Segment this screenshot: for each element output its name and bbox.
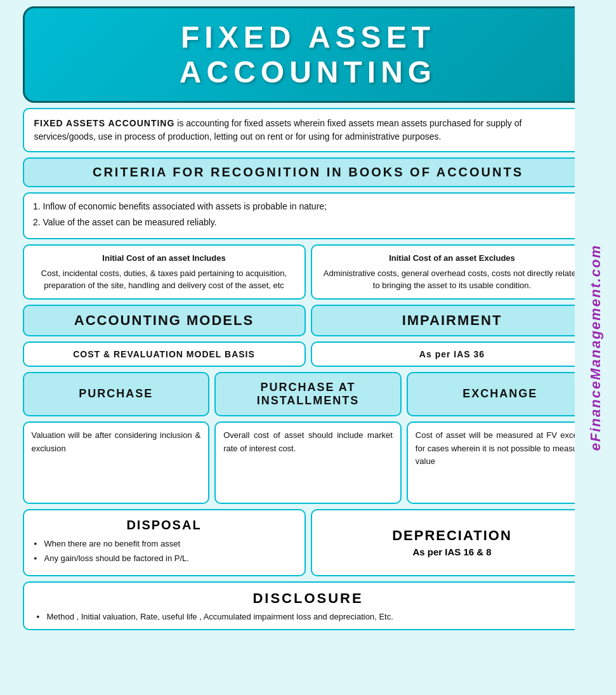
exchange-heading: EXCHANGE — [407, 372, 594, 416]
side-watermark: eFinanceManagement.com — [587, 244, 604, 451]
criteria-item-1: Inflow of economic benefits associated w… — [43, 200, 582, 213]
excludes-title: Initial Cost of an asset Excludes — [320, 252, 585, 265]
includes-title: Initial Cost of an asset Includes — [32, 252, 297, 265]
accounting-models-heading: ACCOUNTING MODELS — [23, 305, 306, 336]
disclosure-list: Method , Initial valuation, Rate, useful… — [37, 612, 580, 621]
purchase-heading: PURCHASE — [23, 372, 210, 416]
disclosure-title: DISCLOSURE — [37, 590, 580, 607]
models-impairment-subs: COST & REVALUATION MODEL BASIS As per IA… — [23, 341, 594, 367]
desc-bold: FIXED ASSETS ACCOUNTING — [34, 118, 175, 128]
page-title: FIXED ASSET ACCOUNTING — [37, 20, 579, 89]
depreciation-title: DEPRECIATION — [392, 527, 512, 544]
exchange-body: Cost of asset will be measured at FV exc… — [407, 421, 594, 504]
initial-cost-excludes: Initial Cost of an asset Excludes Admini… — [311, 244, 594, 300]
description-box: FIXED ASSETS ACCOUNTING is accounting fo… — [23, 108, 594, 152]
excludes-body: Administrative costs, general overhead c… — [320, 267, 585, 292]
criteria-item-2: Value of the asset can be measured relia… — [43, 216, 582, 229]
models-impairment-headings: ACCOUNTING MODELS IMPAIRMENT — [23, 305, 594, 336]
purchase-body: Valuation will be after considering incl… — [23, 421, 210, 504]
disposal-item-1: When there are no benefit from asset — [34, 538, 294, 550]
purchase-installments-heading: PURCHASE AT INSTALLMENTS — [214, 372, 402, 416]
disposal-box: DISPOSAL When there are no benefit from … — [23, 509, 306, 576]
depreciation-sub: As per IAS 16 & 8 — [412, 546, 491, 557]
purchase-installments-body: Overall cost of asset should include mar… — [214, 421, 402, 504]
disposal-depr-row: DISPOSAL When there are no benefit from … — [23, 509, 594, 576]
title-box: FIXED ASSET ACCOUNTING — [23, 6, 594, 103]
initial-cost-includes: Initial Cost of an asset Includes Cost, … — [23, 244, 306, 300]
disclosure-item-1: Method , Initial valuation, Rate, useful… — [37, 612, 580, 621]
depreciation-box: DEPRECIATION As per IAS 16 & 8 — [311, 509, 594, 576]
purchase-bodies-row: Valuation will be after considering incl… — [23, 421, 594, 504]
includes-body: Cost, incidental costs, duties, & taxes … — [32, 267, 297, 292]
accounting-models-sub: COST & REVALUATION MODEL BASIS — [23, 341, 306, 367]
disclosure-box: DISCLOSURE Method , Initial valuation, R… — [23, 581, 594, 630]
impairment-heading: IMPAIRMENT — [311, 305, 594, 336]
disposal-title: DISPOSAL — [34, 518, 294, 533]
initial-cost-row: Initial Cost of an asset Includes Cost, … — [23, 244, 594, 300]
impairment-sub: As per IAS 36 — [311, 341, 594, 367]
purchase-headings-row: PURCHASE PURCHASE AT INSTALLMENTS EXCHAN… — [23, 372, 594, 416]
disposal-item-2: Any gain/loss should be factored in P/L. — [34, 552, 294, 565]
disposal-list: When there are no benefit from asset Any… — [34, 538, 294, 565]
criteria-list: Inflow of economic benefits associated w… — [23, 192, 594, 239]
criteria-heading: CRITERIA FOR RECOGNITION IN BOOKS OF ACC… — [23, 157, 594, 187]
